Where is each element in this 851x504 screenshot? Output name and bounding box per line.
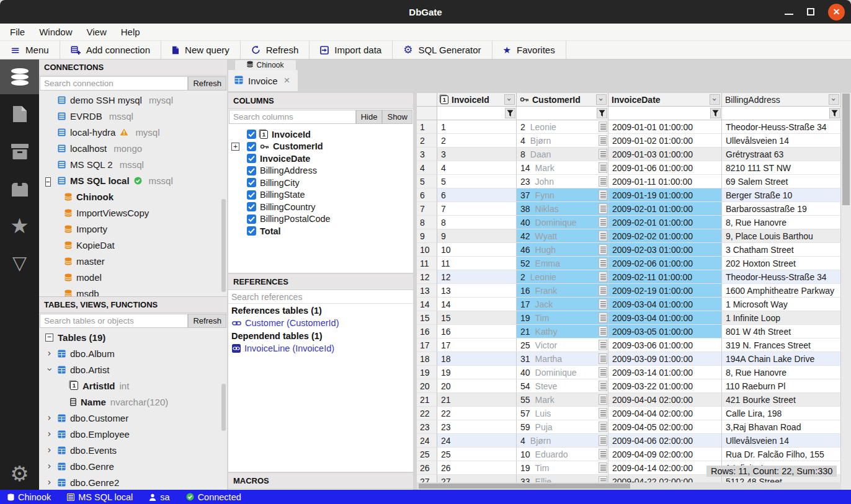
maximize-icon[interactable] [807,8,814,15]
row-detail-icon[interactable] [599,422,607,432]
close-icon[interactable]: ✕ [828,4,845,20]
database-item[interactable]: Importy [39,221,227,237]
row-number[interactable]: 22 [417,407,437,420]
rail-filter-triangle-icon[interactable]: ▽ [0,245,39,280]
cell-billingaddress[interactable]: Theodor-Heuss-Straße 34 [722,270,841,284]
column-toggle-customerid[interactable]: +CustomerId [228,141,413,153]
rail-archive-icon[interactable] [0,134,39,169]
tables-refresh-button[interactable]: Refresh [188,314,226,328]
cell-customerid[interactable]: 21Kathy [517,325,608,338]
cell-invoicedate[interactable]: 2009-01-11 01:00:00 [608,175,722,188]
row-number[interactable]: 21 [417,393,437,407]
cell-customerid[interactable]: 42Wyatt [517,229,608,243]
cell-invoicedate[interactable]: 2009-04-14 02:00:00 [608,461,722,475]
column-toggle-billingaddress[interactable]: BillingAddress [228,165,413,177]
chevron-right-icon[interactable]: › [46,444,53,456]
cell-invoicedate[interactable]: 2009-03-22 01:00:00 [608,379,722,393]
cell-invoiceid[interactable]: 5 [437,175,517,188]
cell-invoiceid[interactable]: 6 [437,188,517,202]
column-checkbox[interactable] [247,214,256,224]
menu-help[interactable]: Help [118,25,143,38]
row-number[interactable]: 18 [417,352,437,366]
column-checkbox[interactable] [247,130,256,139]
cell-invoicedate[interactable]: 2009-03-05 01:00:00 [608,325,722,338]
row-detail-icon[interactable] [599,394,607,405]
row-number[interactable]: 12 [417,270,437,284]
column-toggle-billingstate[interactable]: BillingState [228,189,413,201]
column-toggle-total[interactable]: Total [228,225,413,237]
tree-item-dbo-artist[interactable]: ›dbo.Artist [39,361,227,378]
cell-invoicedate[interactable]: 2009-01-06 01:00:00 [608,161,722,175]
cell-customerid[interactable]: 14Mark [517,161,608,175]
cell-billingaddress[interactable]: 9, Place Louis Barthou [722,229,841,243]
menu-file[interactable]: File [7,25,28,38]
grid-horizontal-scrollbar[interactable] [417,482,841,490]
column-toggle-invoicedate[interactable]: InvoiceDate [228,153,413,165]
cell-invoiceid[interactable]: 11 [437,257,517,270]
cell-billingaddress[interactable]: 801 W 4th Street [722,325,841,338]
column-checkbox[interactable] [247,190,256,200]
search-references-input[interactable] [231,292,413,302]
filter-cell-invoiceid[interactable] [437,107,517,120]
row-number[interactable]: 6 [417,188,437,202]
cell-invoiceid[interactable]: 26 [437,461,517,475]
cell-invoiceid[interactable]: 3 [437,148,517,161]
cell-invoicedate[interactable]: 2009-02-03 01:00:00 [608,243,722,257]
filter-funnel-icon[interactable] [829,108,840,118]
column-toggle-billingpostalcode[interactable]: BillingPostalCode [228,213,413,226]
row-detail-icon[interactable] [599,381,607,391]
cell-customerid[interactable]: 40Dominique [517,216,608,229]
collapse-icon[interactable]: − [45,177,51,187]
cell-invoiceid[interactable]: 24 [437,434,517,448]
cell-billingaddress[interactable]: Ullevålsveien 14 [722,134,841,148]
tree-item-tables-19-[interactable]: −Tables (19) [39,329,227,345]
row-detail-icon[interactable] [599,190,607,200]
row-number[interactable]: 15 [417,311,437,325]
cell-invoiceid[interactable]: 16 [437,325,517,338]
cell-billingaddress[interactable]: 8210 111 ST NW [722,161,841,175]
cell-billingaddress[interactable]: 69 Salem Street [722,175,841,188]
database-item[interactable]: model [39,269,227,285]
tree-item-name[interactable]: Namenvarchar(120) [39,394,227,410]
cell-invoiceid[interactable]: 14 [437,298,517,311]
cell-customerid[interactable]: 52Emma [517,257,608,270]
menu-view[interactable]: View [84,25,110,38]
rail-database-icon[interactable] [0,60,39,94]
cell-invoicedate[interactable]: 2009-04-05 02:00:00 [608,420,722,434]
cell-billingaddress[interactable]: 8, Rue Hanovre [722,366,841,379]
row-number[interactable]: 23 [417,420,437,434]
cell-customerid[interactable]: 16Frank [517,284,608,298]
cell-invoicedate[interactable]: 2009-02-01 01:00:00 [608,216,722,229]
tree-item-artistid[interactable]: 1ArtistIdint [39,378,227,394]
cell-customerid[interactable]: 19Tim [517,311,608,325]
cell-customerid[interactable]: 25Victor [517,338,608,352]
row-detail-icon[interactable] [599,231,607,241]
cell-invoiceid[interactable]: 7 [437,202,517,216]
cell-billingaddress[interactable]: 1 Infinite Loop [722,311,841,325]
menu-window[interactable]: Window [36,25,75,38]
column-menu-icon[interactable]: › [829,94,839,105]
row-number[interactable]: 16 [417,325,437,338]
connection-item[interactable]: local-hydramysql [39,124,227,140]
column-checkbox[interactable] [247,166,256,175]
cell-customerid[interactable]: 55Mark [517,393,608,407]
cell-invoicedate[interactable]: 2009-03-04 01:00:00 [608,298,722,311]
chevron-right-icon[interactable]: › [46,461,53,472]
cell-customerid[interactable]: 38Niklas [517,202,608,216]
row-detail-icon[interactable] [599,149,607,159]
cell-billingaddress[interactable]: 194A Chain Lake Drive [722,352,841,366]
cell-customerid[interactable]: 2Leonie [517,120,608,134]
tree-item-dbo-genre[interactable]: ›dbo.Genre [39,458,227,474]
cell-invoicedate[interactable]: 2009-02-01 01:00:00 [608,202,722,216]
cell-customerid[interactable]: 8Daan [517,148,608,161]
database-item[interactable]: ImportViewsCopy [39,205,227,221]
rail-plugins-icon[interactable] [0,171,39,206]
row-detail-icon[interactable] [599,272,607,282]
cell-billingaddress[interactable]: 202 Hoxton Street [722,257,841,270]
row-detail-icon[interactable] [599,326,607,337]
cell-customerid[interactable]: 46Hugh [517,243,608,257]
cell-customerid[interactable]: 59Puja [517,420,608,434]
cell-invoiceid[interactable]: 19 [437,366,517,379]
tables-scrollbar[interactable] [221,384,226,431]
row-number[interactable]: 9 [417,229,437,243]
